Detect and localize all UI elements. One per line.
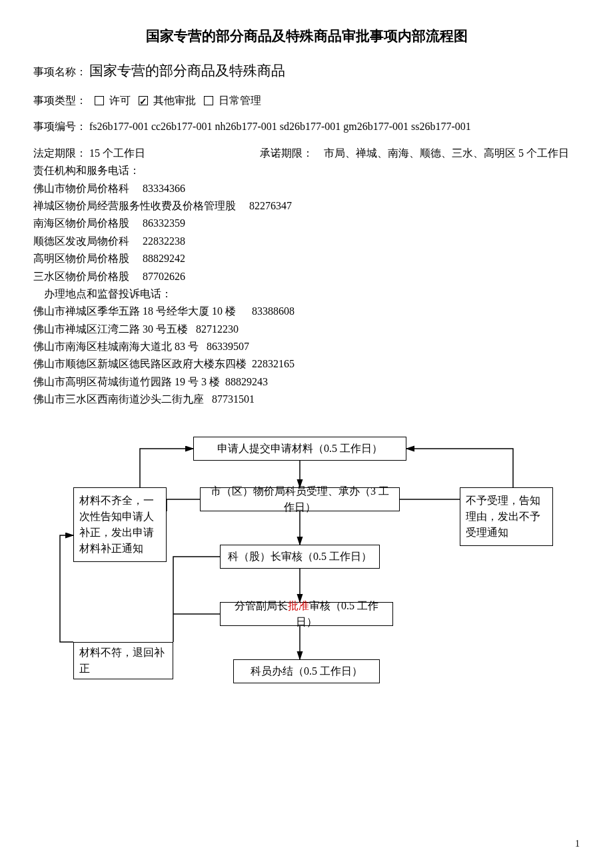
responsibility-line: 南海区物价局价格股 86332359 — [33, 215, 580, 232]
deputy-prefix: 分管副局长 — [235, 600, 288, 611]
deputy-highlight: 批准 — [288, 600, 309, 611]
locations-line: 佛山市禅城区江湾二路 30 号五楼 82712230 — [33, 321, 580, 338]
checkbox-permit-label: 许可 — [109, 95, 131, 106]
checkbox-daily-label: 日常管理 — [219, 95, 261, 106]
checkbox-other — [139, 96, 148, 105]
flow-box-incomplete: 材料不齐全，一次性告知申请人补正，发出申请材料补正通知 — [73, 487, 167, 562]
locations-line: 佛山市南海区桂城南海大道北 83 号 86339507 — [33, 338, 580, 355]
matter-code-value: fs26b177-001 cc26b177-001 nh26b177-001 s… — [89, 121, 471, 132]
promise-deadline-label: 承诺期限： — [260, 147, 313, 159]
responsibility-line: 三水区物价局价格股 87702626 — [33, 268, 580, 285]
matter-name-value: 国家专营的部分商品及特殊商品 — [89, 63, 285, 79]
matter-name-label: 事项名称： — [33, 66, 87, 77]
flow-box-reject: 不予受理，告知理由，发出不予受理通知 — [460, 487, 553, 546]
flow-box-conclude: 科员办结（0.5 工作日） — [233, 659, 380, 683]
flow-box-return: 材料不符，退回补正 — [73, 642, 173, 679]
promise-deadline-value: 市局、禅城、南海、顺德、三水、高明区 5 个工作日 — [324, 147, 569, 159]
responsibility-line: 顺德区发改局物价科 22832238 — [33, 233, 580, 250]
locations-header: 办理地点和监督投诉电话： — [44, 285, 580, 303]
locations-line: 佛山市顺德区新城区德民路区政府大楼东四楼 22832165 — [33, 355, 580, 373]
matter-type-row: 事项类型： 许可 其他审批 日常管理 — [33, 92, 580, 109]
locations-line: 佛山市三水区西南街道沙头二街九座 87731501 — [33, 391, 580, 408]
flow-box-accept: 市（区）物价局科员受理、承办（3 工作日） — [200, 487, 400, 511]
flow-box-deputy-review: 分管副局长批准审核（0.5 工作日） — [220, 602, 393, 626]
matter-code-row: 事项编号： fs26b177-001 cc26b177-001 nh26b177… — [33, 118, 580, 135]
page-title: 国家专营的部分商品及特殊商品审批事项内部流程图 — [33, 27, 580, 45]
checkbox-permit — [95, 96, 104, 105]
matter-type-label: 事项类型： — [33, 95, 87, 106]
flow-box-submit: 申请人提交申请材料（0.5 工作日） — [193, 437, 406, 461]
legal-deadline-value: 15 个工作日 — [89, 147, 145, 159]
flow-box-section-review: 科（股）长审核（0.5 工作日） — [220, 545, 380, 569]
checkbox-daily — [204, 96, 213, 105]
matter-name-row: 事项名称： 国家专营的部分商品及特殊商品 — [33, 60, 580, 83]
checkbox-other-label: 其他审批 — [153, 95, 196, 106]
responsibility-header: 责任机构和服务电话： — [33, 162, 580, 179]
locations-line: 佛山市禅城区季华五路 18 号经华大厦 10 楼 83388608 — [33, 303, 580, 320]
responsibility-line: 佛山市物价局价格科 83334366 — [33, 180, 580, 197]
matter-code-label: 事项编号： — [33, 121, 87, 132]
flowchart: 申请人提交申请材料（0.5 工作日） 市（区）物价局科员受理、承办（3 工作日）… — [33, 437, 580, 730]
legal-deadline-label: 法定期限： — [33, 147, 87, 159]
locations-line: 佛山市高明区荷城街道竹园路 19 号 3 楼 88829243 — [33, 373, 580, 391]
responsibility-line: 禅城区物价局经营服务性收费及价格管理股 82276347 — [33, 197, 580, 215]
info-block: 法定期限： 15 个工作日 承诺期限： 市局、禅城、南海、顺德、三水、高明区 5… — [33, 145, 580, 409]
page-number: 1 — [575, 839, 580, 849]
responsibility-line: 高明区物价局价格股 88829242 — [33, 250, 580, 267]
